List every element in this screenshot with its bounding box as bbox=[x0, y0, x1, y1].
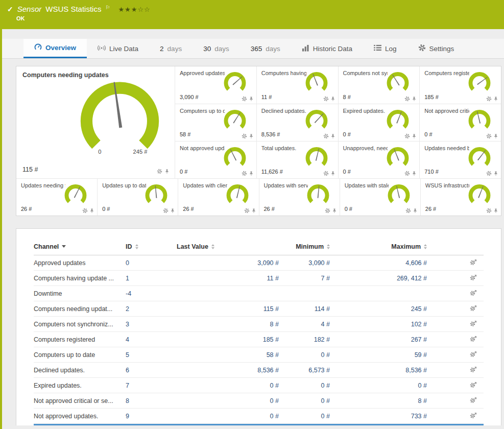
tab-historic-data[interactable]: Historic Data bbox=[291, 39, 363, 58]
table-row[interactable]: Approved updates 0 3,090 # 3,090 # 4,606… bbox=[34, 255, 484, 271]
gauge-pin-icon[interactable] bbox=[249, 171, 254, 176]
table-row[interactable]: Expired updates. 7 0 # 0 # 0 # bbox=[34, 378, 484, 393]
tab-365-days[interactable]: 365 days bbox=[240, 39, 291, 58]
gauge-pin-icon[interactable] bbox=[412, 171, 417, 176]
tab-settings[interactable]: Settings bbox=[407, 39, 465, 58]
tab-30-days[interactable]: 30 days bbox=[193, 39, 240, 58]
gauge-cell: Updates needed by co... 710 # bbox=[419, 141, 501, 178]
channel-settings-icon[interactable] bbox=[470, 320, 477, 327]
gauge-settings-icon[interactable] bbox=[323, 133, 329, 139]
gauge-needle bbox=[314, 113, 323, 123]
gauge-settings-icon[interactable] bbox=[242, 133, 247, 139]
gauge-settings-icon[interactable] bbox=[325, 208, 330, 213]
gauge-settings-icon[interactable] bbox=[486, 171, 492, 176]
gauge-settings-icon[interactable] bbox=[82, 208, 88, 213]
channel-settings-icon[interactable] bbox=[470, 351, 477, 358]
gauge-pin-icon[interactable] bbox=[164, 169, 170, 174]
channel-settings-icon[interactable] bbox=[470, 290, 477, 296]
channel-name[interactable]: Computers needing updat... bbox=[34, 305, 126, 313]
col-header-last-value[interactable]: Last Value bbox=[177, 243, 284, 250]
gauge-pin-icon[interactable] bbox=[330, 133, 335, 139]
gauge-pin-icon[interactable] bbox=[330, 96, 335, 102]
table-row[interactable]: Declined updates. 6 8,536 # 6,573 # 8,53… bbox=[34, 363, 484, 378]
channel-settings-icon[interactable] bbox=[470, 259, 477, 266]
gauge-settings-icon[interactable] bbox=[486, 133, 492, 139]
gauge-settings-icon[interactable] bbox=[405, 208, 411, 213]
gauge-settings-icon[interactable] bbox=[323, 96, 329, 102]
gauge-value: 0 # bbox=[102, 206, 110, 212]
channel-settings-icon[interactable] bbox=[470, 336, 477, 342]
tab-log[interactable]: Log bbox=[363, 39, 407, 58]
gauge-pin-icon[interactable] bbox=[493, 208, 498, 213]
channel-name[interactable]: Computers up to date bbox=[34, 351, 126, 359]
gauge-pin-icon[interactable] bbox=[493, 171, 498, 176]
gauge-value: 58 # bbox=[180, 131, 190, 137]
gauge-settings-icon[interactable] bbox=[323, 171, 329, 176]
gauge-pin-icon[interactable] bbox=[413, 208, 418, 213]
gauge-pin-icon[interactable] bbox=[251, 208, 256, 213]
gauge-settings-icon[interactable] bbox=[404, 133, 410, 139]
gauge-settings-icon[interactable] bbox=[404, 96, 410, 102]
small-gauges-grid: Approved updates 3,090 # Computers havin… bbox=[175, 66, 501, 178]
gauge-pin-icon[interactable] bbox=[493, 96, 498, 102]
gauge-value: 8 # bbox=[343, 94, 351, 100]
channel-name[interactable]: Approved updates bbox=[34, 259, 126, 267]
channel-name[interactable]: Computers having update ... bbox=[34, 275, 126, 282]
channel-name[interactable]: Computers registered bbox=[34, 336, 126, 343]
gauge-settings-icon[interactable] bbox=[486, 208, 492, 213]
channel-name[interactable]: Expired updates. bbox=[34, 382, 126, 389]
channel-maximum: 733 # bbox=[335, 413, 432, 420]
channel-name[interactable]: Computers not synchroniz... bbox=[34, 321, 126, 328]
channel-settings-icon[interactable] bbox=[470, 412, 477, 419]
gauge-settings-icon[interactable] bbox=[242, 96, 247, 102]
channel-name[interactable]: Declined updates. bbox=[34, 367, 126, 374]
channel-id: -4 bbox=[126, 290, 177, 297]
col-header-minimum[interactable]: Minimum bbox=[284, 243, 335, 250]
gauge-settings-icon[interactable] bbox=[404, 171, 410, 176]
table-row[interactable]: Not approved updates. 9 0 # 0 # 733 # bbox=[34, 409, 484, 424]
tab-label: Live Data bbox=[109, 45, 138, 53]
tab-2-days[interactable]: 2 days bbox=[149, 39, 193, 58]
channel-name[interactable]: Not approved updates. bbox=[34, 413, 126, 420]
channel-settings-icon[interactable] bbox=[470, 397, 477, 403]
gauge-value: 0 # bbox=[180, 169, 187, 175]
channel-settings-icon[interactable] bbox=[470, 274, 477, 281]
tab-live-data[interactable]: Live Data bbox=[87, 39, 149, 58]
gauge-value: 11 # bbox=[261, 94, 272, 100]
flag-icon[interactable]: ⚐ bbox=[105, 5, 110, 10]
channel-settings-icon[interactable] bbox=[470, 305, 477, 312]
table-row[interactable]: Computers registered 4 185 # 182 # 267 # bbox=[34, 332, 484, 347]
table-row[interactable]: Computers not synchroniz... 3 8 # 4 # 10… bbox=[34, 317, 484, 332]
channel-settings-icon[interactable] bbox=[470, 382, 477, 388]
col-header-id[interactable]: ID bbox=[126, 243, 177, 250]
gauge-pin-icon[interactable] bbox=[89, 208, 94, 213]
channel-name[interactable]: Not approved critical or se... bbox=[34, 397, 126, 404]
tab-overview[interactable]: Overview bbox=[23, 39, 87, 58]
gauge-pin-icon[interactable] bbox=[332, 208, 337, 213]
priority-stars[interactable]: ★★★☆☆ bbox=[118, 6, 150, 13]
col-header-channel[interactable]: Channel bbox=[34, 243, 126, 250]
table-row[interactable]: Not approved critical or se... 8 0 # 0 #… bbox=[34, 393, 484, 409]
sensor-kind-label: Sensor bbox=[17, 5, 42, 13]
table-row[interactable]: Computers up to date 5 58 # 0 # 59 # bbox=[34, 347, 484, 363]
gauge-settings-icon[interactable] bbox=[242, 171, 247, 176]
gauge-settings-icon[interactable] bbox=[163, 208, 169, 213]
gauge-pin-icon[interactable] bbox=[330, 171, 335, 176]
gauge-settings-icon[interactable] bbox=[157, 169, 162, 174]
gauge-pin-icon[interactable] bbox=[412, 96, 417, 102]
gauge-pin-icon[interactable] bbox=[493, 133, 498, 139]
gauge-pin-icon[interactable] bbox=[249, 96, 254, 102]
gauge-settings-icon[interactable] bbox=[244, 208, 250, 213]
table-row[interactable]: Downtime -4 bbox=[34, 286, 484, 301]
table-row[interactable]: Computers having update ... 1 11 # 7 # 2… bbox=[34, 271, 484, 286]
channel-maximum: 8,536 # bbox=[335, 367, 432, 374]
gauge-pin-icon[interactable] bbox=[249, 133, 254, 139]
gauge-pin-icon[interactable] bbox=[170, 208, 175, 213]
channel-settings-icon[interactable] bbox=[470, 366, 477, 373]
gauge-settings-icon[interactable] bbox=[486, 96, 492, 102]
gauge-dial bbox=[465, 69, 494, 97]
gauge-pin-icon[interactable] bbox=[412, 133, 417, 139]
channel-name[interactable]: Downtime bbox=[34, 290, 126, 297]
col-header-maximum[interactable]: Maximum bbox=[335, 243, 432, 250]
table-row[interactable]: Computers needing updat... 2 115 # 114 #… bbox=[34, 301, 484, 317]
